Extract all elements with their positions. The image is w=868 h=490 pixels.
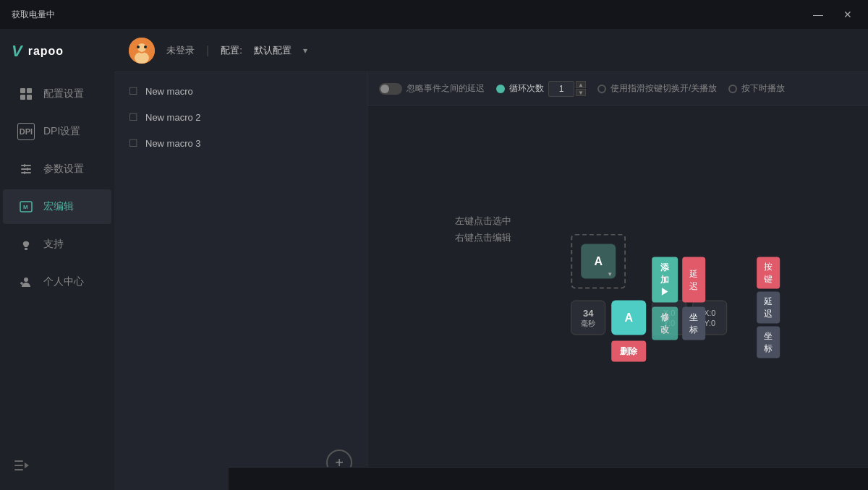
macro-item-label-3: New macro 3 <box>145 138 201 149</box>
svg-rect-4 <box>21 165 31 166</box>
right-delay-button[interactable]: 延迟 <box>757 292 780 324</box>
minimize-button[interactable]: — <box>809 7 827 22</box>
header-config-name[interactable]: 默认配置 <box>254 44 292 57</box>
delay-value: 34 <box>583 307 593 318</box>
editor-toolbar: 忽略事件之间的延迟 循环次数 ▲ ▼ 使用指滑按键切换开/关播 <box>367 72 868 106</box>
close-button[interactable]: ✕ <box>839 7 856 22</box>
title-bar-left: 获取电量中 <box>12 9 55 21</box>
toggle-switch-ignore-delay[interactable] <box>379 83 402 95</box>
params-icon <box>17 160 35 178</box>
sidebar-label-support: 支持 <box>43 238 64 251</box>
sidebar-item-config[interactable]: 配置设置 <box>3 77 111 111</box>
sidebar-label-config: 配置设置 <box>43 87 84 100</box>
press-play-radio[interactable] <box>728 85 737 93</box>
macro-list-panel: ☐ New macro ☐ New macro 2 ☐ New macro 3 … <box>114 72 367 490</box>
svg-rect-1 <box>27 88 32 93</box>
toggle-knob <box>380 85 389 93</box>
use-key-radio[interactable] <box>597 85 606 93</box>
ctx-top-row: 添加▶ 延迟 <box>652 257 705 303</box>
press-play-group: 按下时播放 <box>728 82 785 95</box>
key-node-dashed-box: A ▼ <box>571 234 626 289</box>
logo-text: rapoo <box>28 45 64 58</box>
key-node-a-inactive[interactable]: A ▼ <box>581 244 616 279</box>
hint-text: 左键点击选中 右键点击编辑 <box>455 212 511 246</box>
sidebar-item-dpi[interactable]: DPI DPI设置 <box>3 114 111 149</box>
sidebar-expand-btn[interactable] <box>0 452 114 478</box>
macro-item-1[interactable]: ☐ New macro <box>114 78 367 104</box>
title-bar: 获取电量中 — ✕ <box>0 0 868 29</box>
loop-count-input-group: ▲ ▼ <box>548 81 586 97</box>
logo: V rapoo <box>0 35 114 75</box>
header-bar: 未登录 | 配置: 默认配置 ▾ <box>114 29 868 72</box>
hint-line1: 左键点击选中 <box>455 212 511 229</box>
svg-text:M: M <box>23 204 28 210</box>
use-key-label: 使用指滑按键切换开/关播放 <box>610 82 717 95</box>
macro-item-2[interactable]: ☐ New macro 2 <box>114 104 367 130</box>
dpi-icon: DPI <box>17 123 35 140</box>
hint-line2: 右键点击编辑 <box>455 229 511 246</box>
svg-point-23 <box>137 46 140 48</box>
sidebar-label-profile: 个人中心 <box>43 275 84 288</box>
svg-rect-18 <box>14 469 23 470</box>
nodes-row: 34 毫秒 A 添加▶ 延迟 <box>571 301 727 362</box>
sidebar-label-dpi: DPI设置 <box>43 125 80 138</box>
right-press-button[interactable]: 按键 <box>757 257 780 289</box>
delete-button[interactable]: 删除 <box>611 341 646 362</box>
loop-count-input[interactable] <box>548 81 574 97</box>
header-user: 未登录 <box>166 44 195 57</box>
sidebar-item-params[interactable]: 参数设置 <box>3 152 111 186</box>
profile-icon <box>17 273 35 291</box>
logo-v-icon: V <box>12 42 22 61</box>
press-play-label: 按下时播放 <box>741 82 785 95</box>
ignore-delay-toggle[interactable]: 忽略事件之间的延迟 <box>379 82 485 95</box>
sidebar-item-support[interactable]: 支持 <box>3 227 111 262</box>
ctx-delay-button[interactable]: 延迟 <box>682 257 705 303</box>
config-icon <box>17 85 35 103</box>
sidebar: V rapoo 配置设置 DPI DPI设置 <box>0 29 114 490</box>
ctx-modify-button[interactable]: 修改 <box>652 307 678 340</box>
use-key-group: 使用指滑按键切换开/关播放 <box>597 82 717 95</box>
macro-editor-panel: 忽略事件之间的延迟 循环次数 ▲ ▼ 使用指滑按键切换开/关播 <box>367 72 868 490</box>
macro-item-label-1: New macro <box>145 86 193 97</box>
key-node-a-active[interactable]: A <box>611 301 646 335</box>
svg-rect-3 <box>27 95 32 100</box>
app-container: V rapoo 配置设置 DPI DPI设置 <box>0 29 868 490</box>
right-coord-button[interactable]: 坐标 <box>757 327 780 358</box>
loop-radio-active <box>496 85 505 93</box>
active-node-wrapper: A 添加▶ 延迟 修改 坐标 <box>611 301 646 362</box>
macro-icon: M <box>17 198 35 215</box>
svg-rect-2 <box>20 95 25 100</box>
macro-doc-icon-2: ☐ <box>129 111 138 123</box>
sidebar-label-params: 参数设置 <box>43 163 84 176</box>
sidebar-label-macro: 宏编辑 <box>43 200 74 213</box>
ctx-coord-button[interactable]: 坐标 <box>682 307 705 340</box>
header-config-label: 配置: <box>221 44 242 57</box>
sidebar-item-profile[interactable]: 个人中心 <box>3 265 111 299</box>
macro-list: ☐ New macro ☐ New macro 2 ☐ New macro 3 <box>114 72 367 490</box>
svg-rect-7 <box>24 164 25 167</box>
context-menu-popup: 添加▶ 延迟 修改 坐标 按键 延迟 <box>652 257 705 340</box>
macro-item-3[interactable]: ☐ New macro 3 <box>114 130 367 156</box>
title-bar-controls: — ✕ <box>809 7 856 22</box>
count-arrows: ▲ ▼ <box>576 81 586 96</box>
content-area: ☐ New macro ☐ New macro 2 ☐ New macro 3 … <box>114 72 868 490</box>
ignore-delay-label: 忽略事件之间的延迟 <box>407 82 485 95</box>
svg-rect-5 <box>21 168 31 170</box>
key-arrow-icon: ▼ <box>607 271 613 278</box>
header-chevron-icon[interactable]: ▾ <box>303 46 307 56</box>
count-up-arrow[interactable]: ▲ <box>576 81 586 88</box>
sidebar-item-macro[interactable]: M 宏编辑 <box>3 189 111 224</box>
support-icon <box>17 236 35 253</box>
count-down-arrow[interactable]: ▼ <box>576 89 586 96</box>
svg-point-24 <box>144 46 147 48</box>
macro-doc-icon-1: ☐ <box>129 85 138 97</box>
svg-rect-16 <box>14 460 23 462</box>
ctx-add-button[interactable]: 添加▶ <box>652 257 678 303</box>
delay-node[interactable]: 34 毫秒 <box>571 301 605 335</box>
key-label: A <box>594 255 603 268</box>
svg-point-22 <box>135 52 149 64</box>
header-divider: | <box>206 44 209 57</box>
editor-canvas[interactable]: 左键点击选中 右键点击编辑 A ▼ <box>367 106 868 490</box>
sidebar-bottom <box>0 452 114 490</box>
svg-rect-8 <box>27 168 28 171</box>
